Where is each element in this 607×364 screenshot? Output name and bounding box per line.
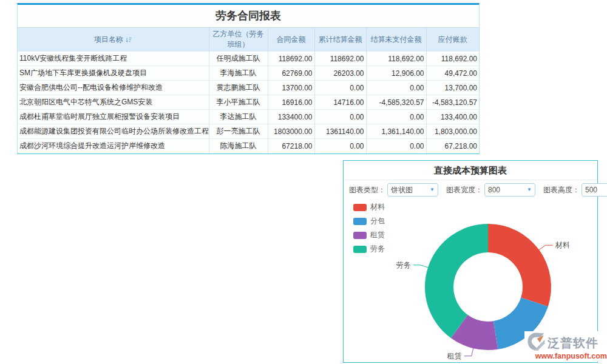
contract-amount-cell: 13700.00 (268, 81, 314, 95)
sort-icon[interactable] (126, 36, 132, 45)
watermark: 泛普软件 www.fanpusoft.com (524, 331, 607, 362)
settled-amount-cell: 0.00 (314, 139, 366, 153)
pie-label: 租赁 (447, 352, 462, 360)
col-header-contractor-unit: 乙方单位（劳务班组） (209, 28, 268, 52)
payable-amount-cell: 133,400.00 (426, 110, 479, 124)
unpaid-amount-cell: 118,692.00 (366, 52, 426, 66)
chart-type-select[interactable]: 饼状图 ▼ (387, 183, 438, 197)
table-row: 安徽合肥供电公司--配电设备检修维护和改造黄志鹏施工队13700.000.000… (18, 81, 479, 95)
chart-height-select[interactable]: 500 ▼ (582, 183, 607, 197)
project-name-link[interactable]: 北京朝阳区电气中芯特气系统之GMS安装 (18, 95, 209, 110)
legend-item-租赁[interactable]: 租赁 (353, 230, 385, 240)
contractor-unit-cell: 任明成施工队 (209, 52, 268, 66)
legend-item-劳务[interactable]: 劳务 (353, 244, 385, 254)
chart-height-label: 图表高度： (543, 185, 580, 195)
table-header-row: 项目名称 乙方单位（劳务班组） 合同金额 累计结算金额 结算未支付金额 应付账款 (18, 28, 479, 52)
labor-contract-report-panel: 劳务合同报表 项目名称 乙方单位（劳务班组） 合同金额 累计结算金额 结算未支付… (17, 3, 480, 154)
contract-amount-cell: 118692.00 (268, 52, 314, 66)
project-name-link[interactable]: 成都能源建设集团投资有限公司临时办公场所装修改造工程EPC (18, 124, 209, 139)
col-header-project-name[interactable]: 项目名称 (18, 28, 209, 52)
legend-item-分包[interactable]: 分包 (353, 216, 385, 226)
contractor-unit-cell: 彭一亮施工队 (209, 124, 268, 139)
settled-amount-cell: 14716.00 (314, 95, 366, 110)
legend-label: 劳务 (370, 244, 385, 254)
chart-controls: 图表类型： 饼状图 ▼ 图表宽度： 800 ▼ 图表高度： 500 ▼ (344, 180, 597, 200)
table-row: SM广场地下车库更换摄像机及硬盘项目李海施工队62769.0026203.001… (18, 66, 479, 81)
settled-amount-cell: 0.00 (314, 110, 366, 124)
unpaid-amount-cell: 0.00 (366, 81, 426, 95)
pie-label-line (413, 265, 429, 268)
settled-amount-cell: 118692.00 (314, 52, 366, 66)
chart-legend: 材料分包租赁劳务 (353, 202, 385, 258)
chart-width-label: 图表宽度： (446, 185, 483, 195)
legend-label: 租赁 (370, 230, 385, 240)
payable-amount-cell: 1,803,000.00 (426, 124, 479, 139)
payable-amount-cell: 67,218.00 (426, 139, 479, 153)
labor-contract-table: 项目名称 乙方单位（劳务班组） 合同金额 累计结算金额 结算未支付金额 应付账款… (18, 28, 479, 153)
table-body: 110kV安徽线程集变开断线路工程任明成施工队118692.00118692.0… (18, 52, 479, 153)
chart-height-group: 图表高度： 500 ▼ (543, 183, 607, 197)
project-name-link[interactable]: 成都沙河环境综合提升改造运河护岸维修改造 (18, 139, 209, 153)
contract-amount-cell: 133400.00 (268, 110, 314, 124)
legend-swatch (353, 204, 367, 211)
legend-label: 材料 (370, 202, 385, 212)
settled-amount-cell: 26203.00 (314, 66, 366, 81)
pie-label-line (538, 245, 552, 250)
col-header-settled-amount: 累计结算金额 (314, 28, 366, 52)
payable-amount-cell: 13,700.00 (426, 81, 479, 95)
chart-type-label: 图表类型： (349, 185, 385, 195)
chart-width-group: 图表宽度： 800 ▼ (446, 183, 535, 197)
table-row: 北京朝阳区电气中芯特气系统之GMS安装李小平施工队16916.0014716.0… (18, 95, 479, 110)
contractor-unit-cell: 李海施工队 (209, 66, 268, 81)
legend-swatch (353, 232, 367, 239)
col-header-unpaid-amount: 结算未支付金额 (366, 28, 426, 52)
table-row: 110kV安徽线程集变开断线路工程任明成施工队118692.00118692.0… (18, 52, 479, 66)
legend-item-材料[interactable]: 材料 (353, 202, 385, 212)
contract-amount-cell: 62769.00 (268, 66, 314, 81)
contractor-unit-cell: 李小平施工队 (209, 95, 268, 110)
project-name-link[interactable]: 110kV安徽线程集变开断线路工程 (18, 52, 209, 66)
chart-title: 直接成本预算图表 (344, 161, 597, 180)
fanpu-logo-icon (526, 332, 546, 354)
contract-amount-cell: 16916.00 (268, 95, 314, 110)
pie-label: 劳务 (396, 261, 411, 269)
unpaid-amount-cell: 1,361,140.00 (366, 124, 426, 139)
payable-amount-cell: 118,692.00 (426, 52, 479, 66)
page: 劳务合同报表 项目名称 乙方单位（劳务班组） 合同金额 累计结算金额 结算未支付… (0, 0, 607, 364)
pie-label-line (464, 348, 473, 356)
contract-amount-cell: 1803000.00 (268, 124, 314, 139)
table-row: 成都杜甫草堂临时展厅独立展柜报警设备安装项目李达施工队133400.000.00… (18, 110, 479, 124)
contractor-unit-cell: 黄志鹏施工队 (209, 81, 268, 95)
chevron-down-icon: ▼ (430, 187, 435, 192)
pie-slice-材料[interactable] (488, 224, 551, 306)
unpaid-amount-cell: 0.00 (366, 110, 426, 124)
contract-amount-cell: 67218.00 (268, 139, 314, 153)
settled-amount-cell: 0.00 (314, 81, 366, 95)
payable-amount-cell: -4,583,120.57 (426, 95, 479, 110)
table-row: 成都沙河环境综合提升改造运河护岸维修改造陈海施工队67218.000.000.0… (18, 139, 479, 153)
unpaid-amount-cell: -4,585,320.57 (366, 95, 426, 110)
col-header-contract-amount: 合同金额 (268, 28, 314, 52)
legend-swatch (353, 246, 367, 253)
watermark-url[interactable]: www.fanpusoft.com (526, 352, 607, 360)
payable-amount-cell: 49,472.00 (426, 66, 479, 81)
report-title: 劳务合同报表 (18, 5, 479, 28)
settled-amount-cell: 1361140.00 (314, 124, 366, 139)
legend-swatch (353, 218, 367, 225)
table-row: 成都能源建设集团投资有限公司临时办公场所装修改造工程EPC彭一亮施工队18030… (18, 124, 479, 139)
chevron-down-icon: ▼ (527, 187, 532, 192)
chart-type-group: 图表类型： 饼状图 ▼ (349, 183, 438, 197)
contractor-unit-cell: 李达施工队 (209, 110, 268, 124)
legend-label: 分包 (370, 216, 385, 226)
chart-width-select[interactable]: 800 ▼ (484, 183, 535, 197)
unpaid-amount-cell: 0.00 (366, 139, 426, 153)
pie-label: 材料 (555, 241, 570, 249)
project-name-link[interactable]: SM广场地下车库更换摄像机及硬盘项目 (18, 66, 209, 81)
watermark-brand: 泛普软件 (548, 335, 599, 351)
project-name-link[interactable]: 成都杜甫草堂临时展厅独立展柜报警设备安装项目 (18, 110, 209, 124)
col-header-payable: 应付账款 (426, 28, 479, 52)
contractor-unit-cell: 陈海施工队 (209, 139, 268, 153)
project-name-link[interactable]: 安徽合肥供电公司--配电设备检修维护和改造 (18, 81, 209, 95)
unpaid-amount-cell: 12,906.00 (366, 66, 426, 81)
